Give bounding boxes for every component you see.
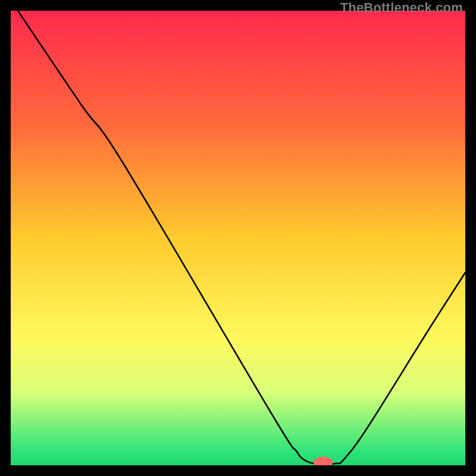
optimal-marker: [314, 457, 333, 465]
chart-frame: [11, 11, 465, 465]
chart-svg: [11, 11, 465, 465]
chart-background: [11, 11, 465, 465]
attribution-label: TheBottleneck.com: [340, 0, 463, 15]
